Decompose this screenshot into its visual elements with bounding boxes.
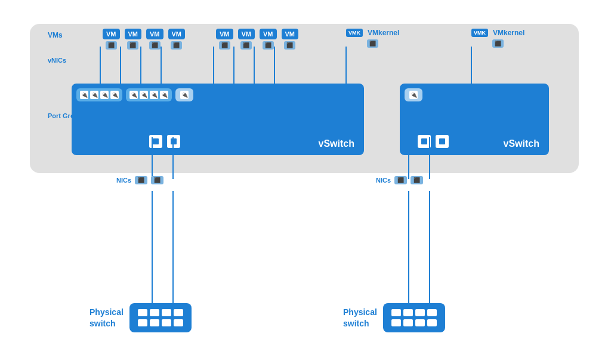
- uplink-port-1: [149, 135, 162, 148]
- uplink-port-3: [418, 135, 431, 148]
- vnics-label: vNICs: [48, 57, 66, 64]
- vnic-chip-6: ⬛: [240, 41, 252, 50]
- port-icon: 🔌: [150, 91, 158, 99]
- switch-port: [415, 319, 425, 326]
- vm-chip-5: VM: [216, 29, 233, 39]
- port-icon: 🔌: [110, 91, 119, 99]
- nic-chip-1: ⬛: [135, 176, 147, 184]
- physical-switch-left-wrapper: Physical switch: [90, 303, 192, 332]
- uplink-port-4: [436, 135, 449, 148]
- physical-switch-label-left: Physical switch: [90, 307, 124, 328]
- switch-port: [403, 319, 413, 326]
- physical-switch-label-right: Physical switch: [343, 307, 377, 328]
- vm-row-right: VM ⬛ VM ⬛ VM ⬛ VM ⬛: [215, 29, 300, 50]
- switch-port: [138, 319, 147, 326]
- port-icon: 🔌: [100, 91, 109, 99]
- physical-switch-left: [129, 303, 192, 332]
- switch-port: [162, 319, 171, 326]
- physical-switch-right-wrapper: Physical switch: [343, 303, 445, 332]
- switch-port: [162, 309, 171, 316]
- nics-section-right: NICs ⬛ ⬛: [376, 176, 423, 184]
- port-icon: 🔌: [160, 91, 168, 99]
- switch-port: [415, 309, 425, 316]
- nic-chip-4: ⬛: [411, 176, 423, 184]
- vnic-chip-1: ⬛: [106, 41, 117, 50]
- vmk-chip-left: VMK: [346, 29, 363, 37]
- uplink-ports-right: [418, 135, 449, 148]
- nics-section-left: NICs ⬛ ⬛: [116, 176, 163, 184]
- vm-chip-2: VM: [125, 29, 142, 39]
- switch-port: [174, 309, 183, 316]
- vnic-chip-7: ⬛: [263, 41, 274, 50]
- vnic-chip-8: ⬛: [284, 41, 295, 50]
- vm-chip-4: VM: [168, 29, 186, 39]
- vm-chip-6: VM: [238, 29, 255, 39]
- vm-block-8: VM ⬛: [282, 29, 299, 50]
- vmkernel-left-section: VMK VMkernel ⬛: [346, 29, 399, 48]
- vm-block-3: VM ⬛: [146, 29, 163, 50]
- vm-chip-7: VM: [260, 29, 277, 39]
- port-groups-right: 🔌: [405, 88, 422, 101]
- svg-rect-1: [171, 138, 177, 144]
- vswitch-left-label: vSwitch: [319, 138, 354, 149]
- uplink-ports-left: [149, 135, 180, 148]
- vm-block-6: VM ⬛: [238, 29, 255, 50]
- vnic-chip-2: ⬛: [127, 41, 138, 50]
- uplink-port-2: [167, 135, 180, 148]
- switch-port: [391, 319, 401, 326]
- port-icon: 🔌: [140, 91, 148, 99]
- vnic-chip-5: ⬛: [219, 41, 230, 50]
- svg-rect-2: [421, 138, 427, 144]
- port-group-vmk: 🔌: [405, 88, 422, 101]
- vm-block-2: VM ⬛: [125, 29, 142, 50]
- vswitch-right-label: vSwitch: [504, 138, 539, 149]
- vm-block-7: VM ⬛: [260, 29, 277, 50]
- switch-port: [150, 309, 159, 316]
- vm-row-left: VM ⬛ VM ⬛ VM ⬛ VM ⬛: [101, 29, 186, 50]
- host-box: VMs vNICs Port Groups VM ⬛ VM ⬛ VM ⬛ VM …: [30, 24, 579, 173]
- vm-block-5: VM ⬛: [216, 29, 233, 50]
- vmkernel-label-left: VMkernel: [368, 29, 399, 37]
- vmk-vnic-left: ⬛: [367, 39, 378, 48]
- nic-chip-3: ⬛: [394, 176, 407, 184]
- switch-port: [174, 319, 183, 326]
- port-groups-left: 🔌 🔌 🔌 🔌 🔌 🔌 🔌 🔌 🔌: [76, 88, 193, 101]
- vswitch-right: 🔌 vSwitch: [400, 84, 549, 155]
- port-icon-vmk: 🔌: [409, 91, 418, 99]
- vmk-chip-right: VMK: [471, 29, 488, 37]
- nics-label-left: NICs: [116, 177, 131, 184]
- diagram-container: VMs vNICs Port Groups VM ⬛ VM ⬛ VM ⬛ VM …: [12, 6, 599, 358]
- port-group-3: 🔌: [175, 88, 193, 101]
- vmkernel-right-section: VMK VMkernel ⬛: [471, 29, 524, 48]
- switch-port: [150, 319, 159, 326]
- vnic-chip-3: ⬛: [149, 41, 161, 50]
- port-icon: 🔌: [80, 91, 88, 99]
- vmkernel-label-right: VMkernel: [493, 29, 524, 37]
- vnic-chip-4: ⬛: [171, 41, 182, 50]
- svg-rect-3: [439, 138, 445, 144]
- vswitch-left: 🔌 🔌 🔌 🔌 🔌 🔌 🔌 🔌 🔌: [72, 84, 364, 155]
- vm-block-4: VM ⬛: [168, 29, 186, 50]
- vm-chip-3: VM: [146, 29, 163, 39]
- port-icon: 🔌: [129, 91, 138, 99]
- switch-port: [427, 309, 437, 316]
- port-group-1: 🔌 🔌 🔌 🔌: [76, 88, 122, 101]
- port-icon: 🔌: [180, 91, 189, 99]
- switch-port: [391, 309, 401, 316]
- nic-chip-2: ⬛: [151, 176, 163, 184]
- nics-label-right: NICs: [376, 177, 391, 184]
- port-group-2: 🔌 🔌 🔌 🔌: [126, 88, 172, 101]
- vms-label: VMs: [48, 31, 63, 39]
- vmk-vnic-right: ⬛: [492, 39, 504, 48]
- switch-port: [138, 309, 147, 316]
- vm-chip-1: VM: [103, 29, 120, 39]
- switch-port: [403, 309, 413, 316]
- port-icon: 🔌: [90, 91, 98, 99]
- vm-chip-8: VM: [282, 29, 299, 39]
- svg-rect-0: [153, 138, 159, 144]
- switch-port: [427, 319, 437, 326]
- physical-switch-right: [383, 303, 445, 332]
- vm-block-1: VM ⬛: [103, 29, 120, 50]
